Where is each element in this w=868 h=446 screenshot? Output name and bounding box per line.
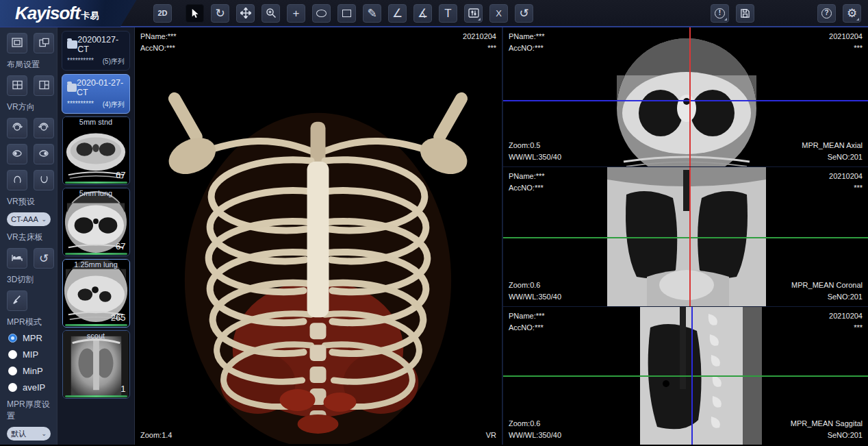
coronal-series-info: MPR_MEAN Coronal SeNO:201 xyxy=(791,280,863,303)
study-date-text: 20210204 xyxy=(829,310,863,322)
save-button[interactable] xyxy=(736,4,754,23)
mpr-thickness-select[interactable]: 默认 ⌄ xyxy=(7,427,51,441)
coronal-zoom-info: Zoom:0.6 WW/WL:350/40 xyxy=(509,280,561,303)
study-date-text: 20210204 xyxy=(829,31,863,42)
plane-text: MPR_MEAN Saggital xyxy=(791,418,863,430)
window-level-tool-button[interactable] xyxy=(464,4,483,23)
pname-text: PName:*** xyxy=(509,31,545,42)
layout-settings-label: 布局设置 xyxy=(7,59,57,71)
rotate-3d-tool-button[interactable]: ↻ xyxy=(211,4,229,23)
reset-icon: ↺ xyxy=(519,8,528,19)
series-thumbnail-125mm-lung[interactable]: 1.25mm lung 265 xyxy=(62,259,130,327)
head-rotate-right-icon xyxy=(38,122,49,135)
text-annotation-tool-button[interactable]: T xyxy=(439,4,457,23)
vr-type-text: VR xyxy=(486,430,496,441)
vr-dir-anterior-button[interactable] xyxy=(7,118,27,138)
logo-text: Kayisoft xyxy=(15,3,80,24)
ellipse-roi-tool-button[interactable] xyxy=(312,4,331,23)
reset-tool-button[interactable]: ↺ xyxy=(515,4,533,23)
sagittal-viewport[interactable]: PName:*** AccNO:*** 20210204 *** Zoom:0.… xyxy=(503,307,868,445)
remove-bed-button[interactable] xyxy=(7,248,27,269)
mpr-mode-option-minp[interactable]: MinP xyxy=(8,366,57,376)
layout-report-button[interactable] xyxy=(34,33,54,53)
coronal-crosshair-vertical[interactable] xyxy=(689,167,691,306)
layout-split-button[interactable] xyxy=(34,75,54,96)
sagittal-crosshair-horizontal[interactable] xyxy=(503,375,868,377)
report-button[interactable]: ! xyxy=(711,4,729,23)
vr-dir-posterior-button[interactable] xyxy=(34,118,54,138)
rect-roi-icon xyxy=(342,10,351,17)
window-level-icon xyxy=(468,8,479,18)
mpr-mode-option-aveip[interactable]: aveIP xyxy=(8,382,57,393)
scalpel-icon xyxy=(12,295,23,307)
restore-bed-button[interactable]: ↺ xyxy=(34,248,54,269)
sagittal-series-info: MPR_MEAN Saggital SeNO:201 xyxy=(791,418,863,441)
thumbnail-progress-bar xyxy=(65,324,127,326)
layout-grid-button[interactable] xyxy=(7,75,27,96)
mpr-mode-option-label: MPR xyxy=(23,333,42,343)
cursor-tool-button[interactable] xyxy=(186,4,204,23)
cursor-icon xyxy=(190,8,200,18)
mpr-2d-tool-button[interactable]: 2D xyxy=(153,4,172,23)
coronal-crosshair-horizontal[interactable] xyxy=(503,237,868,238)
thumbnail-label: 5mm stnd xyxy=(63,118,129,126)
cobb-angle-tool-button[interactable]: ∡ xyxy=(413,4,432,23)
thumbnail-image-count: 67 xyxy=(116,170,125,180)
mpr-mode-option-mip[interactable]: MIP xyxy=(8,349,57,360)
radio-icon xyxy=(8,383,17,392)
folder-closed-icon xyxy=(67,40,77,49)
settings-button[interactable]: ⚙ xyxy=(843,4,861,23)
crosshair-tool-button[interactable]: + xyxy=(287,4,305,23)
help-button[interactable]: ? xyxy=(817,4,836,23)
undo-icon: ↺ xyxy=(39,251,49,266)
vr-preset-label: VR预设 xyxy=(7,196,57,208)
text-annotation-icon: T xyxy=(444,8,451,19)
angle-tool-button[interactable]: ∠ xyxy=(388,4,407,23)
vr-dir-right-button[interactable] xyxy=(34,144,54,164)
series-thumbnail-5mm-lung[interactable]: 5mm lung 67 xyxy=(62,188,130,256)
pan-tool-button[interactable] xyxy=(236,4,255,23)
vr-preset-select[interactable]: CT-AAA ⌄ xyxy=(7,212,51,226)
layout-single-button[interactable] xyxy=(7,33,27,53)
delete-tool-button[interactable]: X xyxy=(489,4,508,23)
series-thumbnail-scout[interactable]: scout 1 xyxy=(62,330,130,399)
system-toolbar: ? ⚙ xyxy=(817,4,861,23)
cobb-angle-icon: ∡ xyxy=(418,8,428,19)
cut-3d-button[interactable] xyxy=(7,290,27,311)
mpr-mode-label: MPR模式 xyxy=(7,317,57,328)
vr-dir-inferior-button[interactable] xyxy=(34,170,54,190)
axial-viewport[interactable]: PName:*** AccNO:*** 20210204 *** Zoom:0.… xyxy=(503,27,868,167)
mpr-mode-option-mpr[interactable]: MPR xyxy=(8,333,57,343)
vr-direction-label: VR方向 xyxy=(7,101,57,113)
sagittal-patient-info: PName:*** AccNO:*** xyxy=(509,310,545,334)
radio-selected-icon xyxy=(8,334,17,343)
angle-icon: ∠ xyxy=(392,8,403,19)
ellipse-roi-icon xyxy=(316,10,327,17)
vr-dir-left-button[interactable] xyxy=(7,144,27,164)
wwwl-text: WW/WL:350/40 xyxy=(509,430,561,441)
vr-viewport[interactable]: PName:*** AccNO:*** 20210204 *** Zoom:1.… xyxy=(134,27,502,445)
study-item-2[interactable]: 2020-01-27-CT ********** (4)序列 xyxy=(62,74,130,114)
study-item-1[interactable]: 20200127-CT ********** (5)序列 xyxy=(62,31,130,71)
study-date-text: 20210204 xyxy=(829,171,863,182)
coronal-viewport[interactable]: PName:*** AccNO:*** 20210204 *** Zoom:0.… xyxy=(503,167,868,307)
report-icon: ! xyxy=(715,8,725,18)
mpr-mode-option-label: MinP xyxy=(23,366,43,376)
thumbnail-progress-bar xyxy=(65,395,127,397)
vr-dir-superior-button[interactable] xyxy=(7,170,27,190)
logo-suffix: 卡易 xyxy=(81,10,99,22)
sagittal-crosshair-vertical[interactable] xyxy=(691,307,693,445)
thumbnail-image-count: 265 xyxy=(111,312,126,323)
axial-crosshair-horizontal[interactable] xyxy=(503,100,868,101)
vr-study-info: 20210204 *** xyxy=(463,31,496,54)
zoom-tool-button[interactable] xyxy=(261,4,280,23)
axial-crosshair-vertical[interactable] xyxy=(689,27,691,166)
series-thumbnail-5mm-stnd[interactable]: 5mm stnd 67 xyxy=(62,116,130,185)
accno-text: AccNO:*** xyxy=(509,42,545,54)
cut-3d-label: 3D切割 xyxy=(7,274,57,286)
rect-roi-tool-button[interactable] xyxy=(337,4,356,23)
seno-text: SeNO:201 xyxy=(791,291,863,303)
thumbnail-image xyxy=(63,331,129,398)
layout-report-icon xyxy=(39,38,49,49)
measure-tool-button[interactable]: ✎ xyxy=(363,4,381,23)
